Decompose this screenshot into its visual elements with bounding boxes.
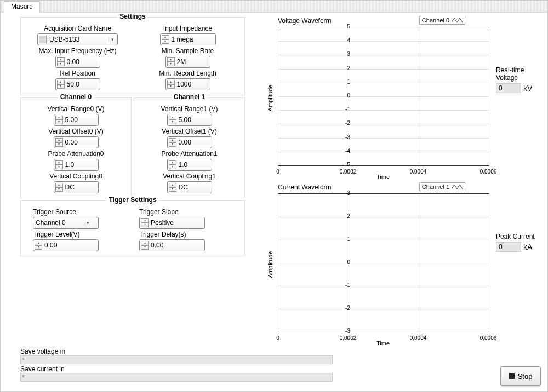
tab-measure[interactable]: Masure	[4, 1, 40, 13]
ch1-range-input[interactable]	[178, 116, 210, 124]
trigger-source-select[interactable]: ▾	[33, 217, 99, 229]
spinner-icon[interactable]: ▴▾	[167, 57, 175, 66]
ch0-offset-input[interactable]	[64, 139, 97, 146]
spinner-icon[interactable]: ▴▾	[141, 241, 149, 250]
spinner-icon[interactable]: ▴▾	[167, 80, 175, 89]
waveform-icon	[452, 183, 463, 190]
ch0-coupling-label: Vertical Coupling0	[49, 172, 102, 180]
ch0-atten-input[interactable]	[64, 161, 97, 169]
pc-label: Peak Current	[496, 233, 535, 240]
voltage-legend-label: Channel 0	[422, 17, 449, 24]
ref-pos-label: Ref Position	[60, 70, 95, 77]
impedance-label: Input Impedance	[163, 25, 212, 32]
trigger-level-input[interactable]	[43, 241, 93, 249]
trigger-delay-spinner[interactable]: ▴▾	[139, 239, 205, 251]
current-xlabel: Time	[376, 340, 390, 347]
rtv-unit: kV	[523, 84, 532, 93]
ch1-offset-input[interactable]	[178, 139, 210, 146]
ch0-atten-label: Probe Attenuation0	[48, 150, 104, 158]
ch1-offset-spinner[interactable]: ▴▾	[167, 136, 212, 148]
spinner-icon[interactable]: ▴▾	[169, 138, 176, 147]
voltage-chart-title: Voltage Waveform	[278, 17, 332, 25]
spinner-icon[interactable]: ▴▾	[169, 116, 176, 124]
current-legend-label: Channel 1	[422, 183, 449, 190]
ch0-coupling-select[interactable]: ▴▾	[54, 181, 99, 193]
current-ylabel: Amplitude	[267, 251, 273, 278]
impedance-input[interactable]	[170, 36, 214, 43]
spinner-icon[interactable]: ▴▾	[55, 116, 63, 124]
trigger-slope-label: Trigger Slope	[139, 208, 179, 216]
current-plot-area[interactable]	[278, 193, 489, 332]
spinner-icon[interactable]: ▴▾	[57, 80, 65, 89]
acq-name-select[interactable]: ▾	[37, 33, 118, 45]
voltage-xlabel: Time	[376, 174, 390, 180]
spinner-icon[interactable]: ▴▾	[55, 160, 63, 169]
current-chart-legend[interactable]: Channel 1	[419, 182, 465, 191]
min-rate-input[interactable]	[176, 58, 209, 66]
spinner-icon[interactable]: ▴▾	[55, 183, 63, 192]
ch0-coupling-input[interactable]	[64, 183, 97, 191]
voltage-ylabel: Amplitude	[267, 85, 273, 112]
trigger-group: Tigger Settings Trigger Source ▾ Trigger…	[20, 200, 245, 256]
trigger-source-input[interactable]	[35, 219, 84, 227]
chevron-down-icon[interactable]: ▾	[84, 220, 92, 226]
waveform-icon	[452, 17, 463, 24]
ch1-range-spinner[interactable]: ▴▾	[167, 114, 212, 126]
acq-name-label: Acquisition Card Name	[44, 25, 111, 32]
trigger-delay-input[interactable]	[150, 241, 199, 249]
spinner-icon[interactable]: ▴▾	[169, 183, 176, 192]
ref-pos-spinner[interactable]: ▴▾	[55, 78, 100, 90]
ch0-range-spinner[interactable]: ▴▾	[54, 114, 99, 126]
stop-icon	[509, 373, 515, 379]
trigger-slope-select[interactable]: ▴▾	[139, 217, 205, 229]
channel0-legend: Channel 0	[58, 93, 94, 101]
spinner-icon[interactable]: ▴▾	[162, 35, 169, 44]
trigger-level-label: Trigger Level(V)	[33, 230, 80, 238]
save-current-label: Save current in	[20, 365, 333, 373]
spinner-icon[interactable]: ▴▾	[141, 218, 149, 227]
settings-legend: Settings	[117, 13, 147, 20]
ch0-atten-spinner[interactable]: ▴▾	[54, 159, 99, 171]
acq-name-input[interactable]	[48, 36, 109, 43]
channel0-group: Channel 0 Vertical Range0 (V) ▴▾ Vertica…	[20, 97, 132, 198]
ch0-range-label: Vertical Range0 (V)	[47, 105, 104, 113]
realtime-voltage-readout: Real-time Voltage 0kV	[496, 66, 542, 93]
min-rec-spinner[interactable]: ▴▾	[165, 78, 210, 90]
ch1-coupling-select[interactable]: ▴▾	[167, 181, 212, 193]
impedance-select[interactable]: ▴▾	[160, 33, 216, 45]
ch0-offset-label: Vertical Offset0 (V)	[48, 128, 103, 135]
ch1-atten-label: Probe Attenuation1	[161, 150, 217, 158]
trigger-source-label: Trigger Source	[33, 208, 76, 216]
chevron-down-icon[interactable]: ▾	[109, 37, 116, 42]
peak-current-readout: Peak Current 0kA	[496, 233, 535, 252]
ch0-offset-spinner[interactable]: ▴▾	[54, 136, 99, 148]
trigger-slope-input[interactable]	[150, 219, 199, 227]
trigger-delay-label: Trigger Delay(s)	[139, 230, 186, 238]
channel1-legend: Channel 1	[172, 93, 207, 101]
voltage-chart-legend[interactable]: Channel 0	[419, 16, 465, 25]
spinner-icon[interactable]: ▴▾	[35, 241, 42, 250]
max-freq-input[interactable]	[66, 58, 99, 66]
ch1-offset-label: Vertical Offset1 (V)	[162, 128, 216, 135]
ch1-atten-spinner[interactable]: ▴▾	[167, 159, 212, 171]
spinner-icon[interactable]: ▴▾	[169, 160, 176, 169]
spinner-icon[interactable]: ▴▾	[55, 138, 63, 147]
save-current-path[interactable]: ᵍ	[20, 373, 333, 382]
rtv-label: Real-time Voltage	[496, 66, 542, 82]
ch1charset-atten-input[interactable]	[178, 161, 210, 169]
ch0-range-input[interactable]	[64, 116, 97, 124]
voltage-plot-area[interactable]	[278, 27, 489, 166]
stop-button[interactable]: Stop	[500, 366, 541, 386]
trigger-legend: Tigger Settings	[106, 196, 158, 204]
max-freq-spinner[interactable]: ▴▾	[55, 56, 100, 68]
ch1-range-label: Vertical Range1 (V)	[161, 105, 218, 113]
min-rec-input[interactable]	[176, 80, 209, 88]
ref-pos-input[interactable]	[66, 80, 99, 88]
save-voltage-path[interactable]: ᵍ	[20, 355, 333, 364]
ch1-coupling-input[interactable]	[178, 183, 210, 191]
spinner-icon[interactable]: ▴▾	[57, 57, 65, 66]
save-paths: Save voltage in ᵍ Save current in ᵍ	[20, 347, 333, 382]
trigger-level-spinner[interactable]: ▴▾	[33, 239, 99, 251]
min-rate-spinner[interactable]: ▴▾	[165, 56, 210, 68]
current-chart: Current Waveform Channel 1 Amplitude Tim…	[257, 183, 542, 345]
